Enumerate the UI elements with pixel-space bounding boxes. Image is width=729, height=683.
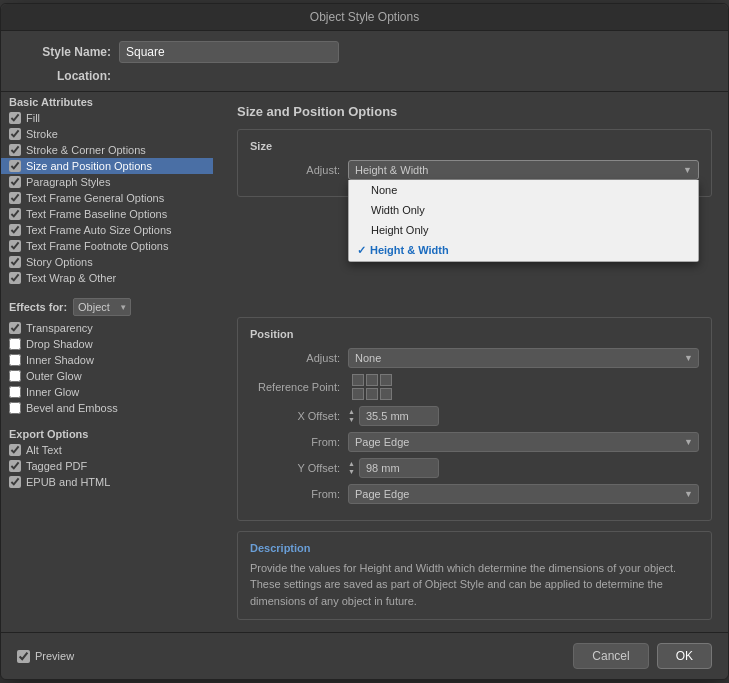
reference-point-row: Reference Point: xyxy=(250,374,699,400)
outer-glow-label: Outer Glow xyxy=(26,370,82,382)
x-offset-spinner[interactable]: ▲ ▼ xyxy=(348,408,355,423)
x-offset-field: ▲ ▼ xyxy=(348,406,699,426)
sidebar-item-size-position[interactable]: Size and Position Options xyxy=(1,158,213,174)
ref-cell-2[interactable] xyxy=(366,374,378,386)
text-frame-baseline-checkbox[interactable] xyxy=(9,208,21,220)
export-options-title: Export Options xyxy=(1,424,213,442)
inner-shadow-checkbox[interactable] xyxy=(9,354,21,366)
sidebar-item-bevel-emboss[interactable]: Bevel and Emboss xyxy=(1,400,213,416)
y-offset-spinner[interactable]: ▲ ▼ xyxy=(348,460,355,475)
size-adjust-label: Adjust: xyxy=(250,164,340,176)
story-options-label: Story Options xyxy=(26,256,93,268)
sidebar-item-text-frame-footnote[interactable]: Text Frame Footnote Options xyxy=(1,238,213,254)
ref-cell-4[interactable] xyxy=(352,388,364,400)
style-name-input[interactable] xyxy=(119,41,339,63)
position-section-label: Position xyxy=(250,328,699,340)
sidebar-item-transparency[interactable]: Transparency xyxy=(1,320,213,336)
y-from-select[interactable]: Page Edge Margin Bleed Slug xyxy=(348,484,699,504)
inner-glow-label: Inner Glow xyxy=(26,386,79,398)
footer: Preview Cancel OK xyxy=(1,632,728,679)
outer-glow-checkbox[interactable] xyxy=(9,370,21,382)
title-bar: Object Style Options xyxy=(1,4,728,31)
text-wrap-label: Text Wrap & Other xyxy=(26,272,116,284)
y-offset-row: Y Offset: ▲ ▼ xyxy=(250,458,699,478)
cancel-button[interactable]: Cancel xyxy=(573,643,648,669)
effects-for-label: Effects for: xyxy=(9,301,67,313)
sidebar-item-text-frame-baseline[interactable]: Text Frame Baseline Options xyxy=(1,206,213,222)
transparency-checkbox[interactable] xyxy=(9,322,21,334)
size-adjust-dropdown-header[interactable]: Height & Width ▼ xyxy=(348,160,699,180)
sidebar-item-tagged-pdf[interactable]: Tagged PDF xyxy=(1,458,213,474)
main-panel: Size and Position Options Size Adjust: H… xyxy=(221,92,728,633)
x-offset-input[interactable] xyxy=(359,406,439,426)
text-frame-footnote-checkbox[interactable] xyxy=(9,240,21,252)
text-frame-general-checkbox[interactable] xyxy=(9,192,21,204)
text-frame-general-label: Text Frame General Options xyxy=(26,192,164,204)
basic-attributes-title: Basic Attributes xyxy=(1,92,213,110)
position-adjust-select[interactable]: None Horizontal Vertical Horizontal & Ve… xyxy=(348,348,699,368)
ref-cell-5[interactable] xyxy=(366,388,378,400)
epub-html-checkbox[interactable] xyxy=(9,476,21,488)
position-adjust-dropdown: None Horizontal Vertical Horizontal & Ve… xyxy=(348,348,699,368)
ref-cell-3[interactable] xyxy=(380,374,392,386)
description-text: Provide the values for Height and Width … xyxy=(250,560,699,610)
sidebar-item-stroke[interactable]: Stroke xyxy=(1,126,213,142)
stroke-corner-checkbox[interactable] xyxy=(9,144,21,156)
text-frame-autosize-checkbox[interactable] xyxy=(9,224,21,236)
x-from-select[interactable]: Page Edge Margin Bleed Slug xyxy=(348,432,699,452)
object-style-options-dialog: Object Style Options Style Name: Locatio… xyxy=(0,3,729,681)
option-height-only-label: Height Only xyxy=(371,224,428,236)
sidebar-item-text-frame-autosize[interactable]: Text Frame Auto Size Options xyxy=(1,222,213,238)
paragraph-styles-checkbox[interactable] xyxy=(9,176,21,188)
drop-shadow-checkbox[interactable] xyxy=(9,338,21,350)
text-wrap-checkbox[interactable] xyxy=(9,272,21,284)
sidebar-item-inner-glow[interactable]: Inner Glow xyxy=(1,384,213,400)
stroke-checkbox[interactable] xyxy=(9,128,21,140)
option-none[interactable]: None xyxy=(349,180,698,200)
x-offset-up-arrow[interactable]: ▲ xyxy=(348,408,355,415)
reference-point-label: Reference Point: xyxy=(250,381,340,393)
option-height-only[interactable]: Height Only xyxy=(349,220,698,240)
option-height-width[interactable]: ✓ Height & Width xyxy=(349,240,698,261)
x-offset-down-arrow[interactable]: ▼ xyxy=(348,416,355,423)
ok-button[interactable]: OK xyxy=(657,643,712,669)
sidebar-inner: Basic Attributes Fill Stroke Stroke & Co… xyxy=(1,92,213,490)
fill-checkbox[interactable] xyxy=(9,112,21,124)
size-position-checkbox[interactable] xyxy=(9,160,21,172)
bevel-emboss-checkbox[interactable] xyxy=(9,402,21,414)
x-from-row: From: Page Edge Margin Bleed Slug ▼ xyxy=(250,432,699,452)
y-offset-up-arrow[interactable]: ▲ xyxy=(348,460,355,467)
alt-text-label: Alt Text xyxy=(26,444,62,456)
story-options-checkbox[interactable] xyxy=(9,256,21,268)
option-height-width-label: Height & Width xyxy=(370,244,449,256)
size-adjust-dropdown-container: Height & Width ▼ None Width Only xyxy=(348,160,699,180)
ref-cell-6[interactable] xyxy=(380,388,392,400)
tagged-pdf-label: Tagged PDF xyxy=(26,460,87,472)
sidebar-item-text-frame-general[interactable]: Text Frame General Options xyxy=(1,190,213,206)
sidebar-item-fill[interactable]: Fill xyxy=(1,110,213,126)
sidebar-item-outer-glow[interactable]: Outer Glow xyxy=(1,368,213,384)
sidebar-item-epub-html[interactable]: EPUB and HTML xyxy=(1,474,213,490)
sidebar-item-drop-shadow[interactable]: Drop Shadow xyxy=(1,336,213,352)
y-offset-input[interactable] xyxy=(359,458,439,478)
effects-for-select[interactable]: Object Fill Stroke Text xyxy=(73,298,131,316)
option-width-only[interactable]: Width Only xyxy=(349,200,698,220)
stroke-corner-label: Stroke & Corner Options xyxy=(26,144,146,156)
stroke-label: Stroke xyxy=(26,128,58,140)
alt-text-checkbox[interactable] xyxy=(9,444,21,456)
reference-point-grid[interactable] xyxy=(352,374,392,400)
y-from-row: From: Page Edge Margin Bleed Slug ▼ xyxy=(250,484,699,504)
sidebar-item-inner-shadow[interactable]: Inner Shadow xyxy=(1,352,213,368)
ref-cell-1[interactable] xyxy=(352,374,364,386)
sidebar-item-text-wrap[interactable]: Text Wrap & Other xyxy=(1,270,213,286)
sidebar-item-paragraph-styles[interactable]: Paragraph Styles xyxy=(1,174,213,190)
sidebar-item-stroke-corner[interactable]: Stroke & Corner Options xyxy=(1,142,213,158)
tagged-pdf-checkbox[interactable] xyxy=(9,460,21,472)
position-adjust-row: Adjust: None Horizontal Vertical Horizon… xyxy=(250,348,699,368)
preview-checkbox[interactable] xyxy=(17,650,30,663)
sidebar-item-alt-text[interactable]: Alt Text xyxy=(1,442,213,458)
style-name-label: Style Name: xyxy=(21,45,111,59)
y-offset-down-arrow[interactable]: ▼ xyxy=(348,468,355,475)
sidebar-item-story-options[interactable]: Story Options xyxy=(1,254,213,270)
inner-glow-checkbox[interactable] xyxy=(9,386,21,398)
